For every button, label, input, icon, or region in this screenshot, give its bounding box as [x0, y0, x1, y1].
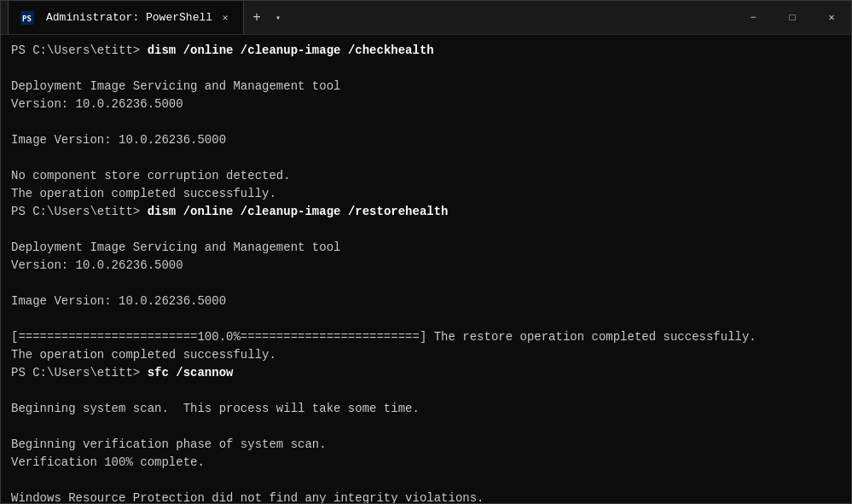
prompt: PS C:\Users\etitt> — [11, 43, 148, 57]
terminal-line: Windows Resource Protection did not find… — [11, 490, 841, 503]
terminal-line: Deployment Image Servicing and Managemen… — [11, 239, 841, 257]
terminal-line: PS C:\Users\etitt> sfc /scannow — [11, 364, 841, 382]
command-text: sfc /scannow — [148, 366, 234, 379]
terminal-line: Image Version: 10.0.26236.5000 — [11, 293, 841, 310]
output-text: Beginning system scan. This process will… — [11, 402, 420, 415]
close-button[interactable]: ✕ — [812, 1, 851, 35]
powershell-icon: PS — [19, 9, 36, 26]
terminal-line — [11, 149, 841, 167]
output-text: No component store corruption detected. — [11, 169, 291, 182]
terminal-line — [11, 382, 841, 400]
output-text: Windows Resource Protection did not find… — [11, 491, 484, 503]
window: PS Administrator: PowerShell ✕ + ▾ − □ ✕ — [0, 0, 852, 504]
window-controls: − □ ✕ — [733, 1, 851, 34]
output-text: The operation completed successfully. — [11, 187, 276, 200]
terminal-line: Version: 10.0.26236.5000 — [11, 96, 841, 113]
output-text: Version: 10.0.26236.5000 — [11, 258, 183, 272]
output-text: The operation completed successfully. — [11, 348, 276, 362]
command-text: dism /online /cleanup-image /restoreheal… — [148, 205, 449, 218]
terminal-body[interactable]: PS C:\Users\etitt> dism /online /cleanup… — [1, 35, 851, 503]
terminal-line — [11, 60, 841, 78]
prompt: PS C:\Users\etitt> — [11, 366, 148, 379]
svg-text:PS: PS — [22, 14, 32, 23]
output-text: Beginning verification phase of system s… — [11, 437, 327, 451]
terminal-line — [11, 113, 841, 131]
tab-dropdown-button[interactable]: ▾ — [270, 9, 287, 26]
terminal-line: PS C:\Users\etitt> dism /online /cleanup… — [11, 203, 841, 221]
terminal-line: Beginning verification phase of system s… — [11, 436, 841, 454]
terminal-line: Image Version: 10.0.26236.5000 — [11, 131, 841, 149]
output-text: Deployment Image Servicing and Managemen… — [11, 79, 340, 93]
command-text: dism /online /cleanup-image /checkhealth — [148, 43, 434, 57]
tab-area: PS Administrator: PowerShell ✕ + ▾ — [8, 1, 733, 34]
active-tab[interactable]: PS Administrator: PowerShell ✕ — [8, 1, 244, 34]
terminal-line — [11, 418, 841, 436]
output-text: [=========================100.0%========… — [11, 330, 756, 344]
terminal-line: The operation completed successfully. — [11, 185, 841, 203]
output-text: Image Version: 10.0.26236.5000 — [11, 133, 226, 147]
tab-close-button[interactable]: ✕ — [217, 10, 233, 26]
terminal-line: Verification 100% complete. — [11, 454, 841, 472]
tab-label: Administrator: PowerShell — [46, 11, 212, 24]
terminal-line: PS C:\Users\etitt> dism /online /cleanup… — [11, 42, 841, 60]
output-text: Version: 10.0.26236.5000 — [11, 97, 183, 111]
terminal-line — [11, 275, 841, 293]
terminal-line: Deployment Image Servicing and Managemen… — [11, 78, 841, 96]
output-text: Verification 100% complete. — [11, 455, 205, 469]
minimize-button[interactable]: − — [733, 1, 773, 35]
terminal-line — [11, 221, 841, 239]
prompt: PS C:\Users\etitt> — [11, 205, 148, 218]
titlebar: PS Administrator: PowerShell ✕ + ▾ − □ ✕ — [1, 1, 851, 35]
terminal-line: The operation completed successfully. — [11, 346, 841, 364]
terminal-line: Beginning system scan. This process will… — [11, 400, 841, 418]
terminal-line: [=========================100.0%========… — [11, 328, 841, 346]
terminal-line — [11, 472, 841, 490]
maximize-button[interactable]: □ — [773, 1, 812, 35]
output-text: Deployment Image Servicing and Managemen… — [11, 240, 340, 254]
terminal-line — [11, 310, 841, 328]
new-tab-button[interactable]: + — [244, 5, 270, 31]
terminal-line: Version: 10.0.26236.5000 — [11, 257, 841, 275]
output-text: Image Version: 10.0.26236.5000 — [11, 294, 226, 308]
terminal-line: No component store corruption detected. — [11, 167, 841, 185]
